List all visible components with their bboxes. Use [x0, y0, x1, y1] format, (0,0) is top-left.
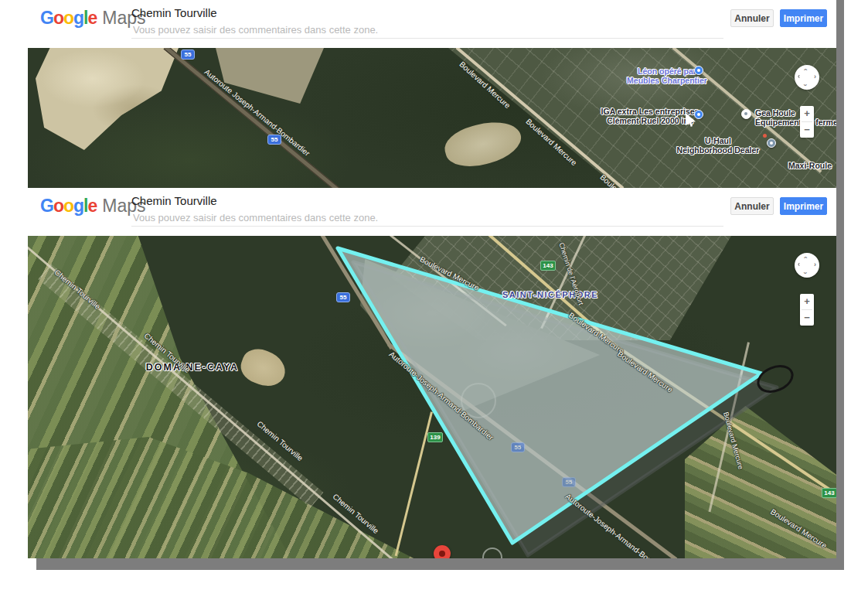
sand-patch [441, 114, 526, 173]
comment-input[interactable] [131, 21, 723, 39]
zoom-in-button[interactable]: + [800, 106, 814, 121]
logo-letter: G [40, 8, 53, 28]
logo-letter: o [63, 8, 73, 28]
poi-marker-gea-icon[interactable] [741, 109, 751, 119]
route-shield-143: 143 [540, 261, 556, 271]
logo-letter: o [53, 196, 63, 216]
poi-label-gea: Gea Houle Équipement de ferme [755, 108, 836, 127]
poi-label-line: U-Haul [664, 136, 772, 145]
cancel-button[interactable]: Annuler [730, 197, 774, 215]
google-maps-logo: GoogleMaps [40, 8, 146, 29]
logo-letter: g [73, 196, 83, 216]
poi-label-line: IGA extra Les entreprises [592, 107, 708, 116]
route-shield-143: 143 [822, 488, 836, 498]
drawn-shapes-overlay [28, 236, 836, 558]
poi-label-uhaul: U-Haul Neighborhood Dealer [664, 136, 772, 155]
zoom-control: + − [800, 106, 814, 138]
red-location-marker[interactable] [434, 545, 451, 558]
vertical-scrollbar[interactable] [836, 0, 844, 570]
poi-label-maxi-roule: Maxi-Roule [771, 161, 836, 170]
pan-control[interactable]: › › › › [795, 65, 819, 90]
zoom-out-button[interactable]: − [800, 122, 814, 138]
logo-letter: e [87, 8, 97, 28]
pan-down-icon[interactable]: › [802, 272, 809, 275]
google-maps-logo: GoogleMaps [40, 196, 146, 217]
panel1-header: GoogleMaps Chemin Tourville Annuler Impr… [28, 0, 836, 48]
print-button[interactable]: Imprimer [780, 197, 827, 215]
page-title: Chemin Tourville [131, 194, 217, 207]
pan-left-icon[interactable]: › [798, 261, 800, 268]
poi-label-line: Neighborhood Dealer [664, 145, 772, 155]
pan-down-icon[interactable]: › [802, 84, 809, 87]
poi-label-leon: Léon opéré par Meubles Charpentier [613, 67, 721, 85]
route-shield-139: 139 [427, 432, 443, 442]
poi-label-line: Maxi-Roule [771, 161, 836, 170]
print-button[interactable]: Imprimer [780, 9, 827, 27]
logo-letter: G [40, 196, 53, 216]
poi-label-line: Équipement de ferme [755, 118, 836, 127]
pan-control[interactable]: › › › › [795, 253, 819, 278]
logo-letter: g [73, 8, 83, 28]
poi-dot-icon [763, 134, 767, 138]
zoom-control: + − [800, 294, 814, 326]
poi-marker-leon-icon[interactable] [694, 66, 703, 75]
area-label-town: SAINT-NICÉPHORE [488, 290, 612, 299]
poi-label-line: Gea Houle [755, 108, 836, 118]
print-preview-page: GoogleMaps Chemin Tourville Annuler Impr… [0, 0, 868, 614]
horizontal-scrollbar[interactable] [36, 558, 844, 570]
pan-up-icon[interactable]: › [802, 257, 809, 259]
map-satellite-closeup[interactable]: Autoroute Joseph-Armand-Bombardier Boule… [28, 48, 836, 188]
page-title: Chemin Tourville [131, 6, 217, 19]
poi-label-line: Meubles Charpentier [613, 76, 721, 85]
logo-letter: o [63, 196, 73, 216]
zoom-in-button[interactable]: + [800, 294, 814, 309]
comment-input[interactable] [131, 209, 723, 227]
area-label-district: DOMAINE-CAYA [131, 363, 254, 372]
route-shield-55: 55 [267, 135, 281, 145]
map-satellite-overview[interactable]: SAINT-NICÉPHORE DOMAINE-CAYA Chemin Tour… [28, 236, 836, 558]
poi-marker-iga-icon[interactable] [694, 110, 703, 119]
pan-up-icon[interactable]: › [802, 69, 809, 71]
poi-label-line: Léon opéré par [613, 67, 721, 76]
logo-letter: e [87, 196, 97, 216]
pan-right-icon[interactable]: › [814, 73, 816, 80]
pan-right-icon[interactable]: › [814, 261, 816, 268]
cancel-button[interactable]: Annuler [730, 9, 774, 27]
route-shield-55: 55 [181, 49, 195, 60]
quarry-texture [36, 48, 179, 150]
route-shield-55: 55 [511, 442, 525, 452]
route-shield-55: 55 [336, 292, 350, 302]
panel2-header: GoogleMaps Chemin Tourville Annuler Impr… [28, 188, 836, 236]
pan-left-icon[interactable]: › [798, 73, 800, 80]
logo-letter: o [53, 8, 63, 28]
zoom-out-button[interactable]: − [800, 310, 814, 326]
print-document: GoogleMaps Chemin Tourville Annuler Impr… [28, 0, 836, 558]
poi-marker-uhaul-icon[interactable] [767, 138, 776, 148]
route-shield-55: 55 [562, 477, 576, 487]
